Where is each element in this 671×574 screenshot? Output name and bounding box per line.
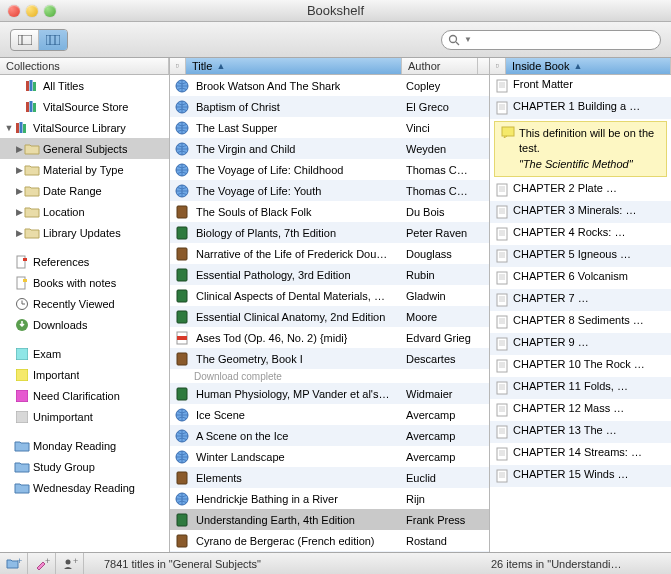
title-row[interactable]: The Voyage of Life: ChildhoodThomas C…: [170, 159, 489, 180]
close-icon[interactable]: [8, 5, 20, 17]
author-header[interactable]: Author: [402, 58, 478, 74]
title-row[interactable]: Clinical Aspects of Dental Materials, …G…: [170, 285, 489, 306]
sidebar-item[interactable]: Exam: [0, 343, 169, 364]
sidebar-item[interactable]: ▶Library Updates: [0, 222, 169, 243]
chapter-label: CHAPTER 9 …: [513, 336, 589, 348]
add-folder-button[interactable]: +: [0, 553, 28, 575]
sidebar-item[interactable]: Books with notes: [0, 272, 169, 293]
sidebar-item-label: Material by Type: [43, 164, 124, 176]
chapter-item[interactable]: CHAPTER 11 Folds, …: [490, 377, 671, 399]
sidebar-item-label: Monday Reading: [33, 440, 116, 452]
add-highlight-button[interactable]: +: [28, 553, 56, 575]
svg-rect-67: [497, 206, 507, 218]
sidebar-item-label: Library Updates: [43, 227, 121, 239]
svg-rect-25: [16, 369, 28, 381]
zoom-icon[interactable]: [44, 5, 56, 17]
title-row[interactable]: Ases Tod (Op. 46, No. 2) {midi}Edvard Gr…: [170, 327, 489, 348]
chapter-item[interactable]: CHAPTER 12 Mass …: [490, 399, 671, 421]
chapter-item[interactable]: CHAPTER 6 Volcanism: [490, 267, 671, 289]
sidebar-item[interactable]: Unimportant: [0, 406, 169, 427]
sidebar-item[interactable]: Wednesday Reading: [0, 477, 169, 498]
title-header[interactable]: Title▲: [186, 58, 402, 74]
title-row[interactable]: Narrative of the Life of Frederick Dou…D…: [170, 243, 489, 264]
search-field[interactable]: ▼: [441, 30, 661, 50]
svg-rect-44: [177, 388, 187, 400]
sidebar-item-label: All Titles: [43, 80, 84, 92]
title-row[interactable]: Winter LandscapeAvercamp: [170, 446, 489, 467]
icon-header[interactable]: [490, 58, 506, 74]
page-icon: [494, 100, 510, 116]
chapter-item[interactable]: CHAPTER 3 Minerals: …: [490, 201, 671, 223]
inside-header[interactable]: Inside Book▲: [506, 58, 671, 74]
title-row[interactable]: Baptism of ChristEl Greco: [170, 96, 489, 117]
search-input[interactable]: [476, 34, 654, 46]
title-row[interactable]: Hendrickje Bathing in a RiverRijn: [170, 488, 489, 509]
chapter-item[interactable]: CHAPTER 2 Plate …: [490, 179, 671, 201]
sidebar-item[interactable]: ▶Material by Type: [0, 159, 169, 180]
chapter-item[interactable]: CHAPTER 10 The Rock …: [490, 355, 671, 377]
sidebar-item[interactable]: VitalSource Store: [0, 96, 169, 117]
svg-rect-11: [30, 101, 33, 112]
page-icon: [494, 226, 510, 242]
chapter-item[interactable]: CHAPTER 1 Building a …: [490, 97, 671, 119]
title-row[interactable]: A Scene on the IceAvercamp: [170, 425, 489, 446]
title-cell: Ice Scene: [196, 409, 245, 421]
title-row[interactable]: The Virgin and ChildWeyden: [170, 138, 489, 159]
title-row[interactable]: Biology of Plants, 7th EditionPeter Rave…: [170, 222, 489, 243]
page-icon: [494, 358, 510, 374]
title-row[interactable]: The Voyage of Life: YouthThomas C…: [170, 180, 489, 201]
note-item[interactable]: This definition will be on the test."The…: [494, 121, 667, 177]
page-icon: [494, 270, 510, 286]
svg-rect-91: [497, 338, 507, 350]
sidebar-item[interactable]: Important: [0, 364, 169, 385]
title-row[interactable]: Understanding Earth, 4th EditionFrank Pr…: [170, 509, 489, 530]
sidebar-item[interactable]: ▶Date Range: [0, 180, 169, 201]
sidebar-item[interactable]: ▶General Subjects: [0, 138, 169, 159]
chapter-item[interactable]: CHAPTER 13 The …: [490, 421, 671, 443]
disclosure-icon[interactable]: ▼: [4, 123, 14, 133]
sidebar-item[interactable]: Downloads: [0, 314, 169, 335]
disclosure-icon[interactable]: ▶: [14, 207, 24, 217]
title-row[interactable]: Essential Pathology, 3rd EditionRubin: [170, 264, 489, 285]
disclosure-icon[interactable]: ▶: [14, 186, 24, 196]
chapter-item[interactable]: Front Matter: [490, 75, 671, 97]
sidebar-item[interactable]: ▶Location: [0, 201, 169, 222]
chapter-item[interactable]: CHAPTER 7 …: [490, 289, 671, 311]
chapter-item[interactable]: CHAPTER 4 Rocks: …: [490, 223, 671, 245]
icon-header[interactable]: [170, 58, 186, 74]
chapter-item[interactable]: CHAPTER 5 Igneous …: [490, 245, 671, 267]
sidebar-item[interactable]: Monday Reading: [0, 435, 169, 456]
disclosure-icon[interactable]: ▶: [14, 144, 24, 154]
view-columns-button[interactable]: [39, 30, 67, 50]
view-list-button[interactable]: [11, 30, 39, 50]
title-row[interactable]: Brook Watson And The SharkCopley: [170, 75, 489, 96]
title-row[interactable]: Essential Clinical Anatomy, 2nd EditionM…: [170, 306, 489, 327]
title-row[interactable]: Ice SceneAvercamp: [170, 404, 489, 425]
page-icon: [494, 336, 510, 352]
title-row[interactable]: Human Physiology, MP Vander et al's…Widm…: [170, 383, 489, 404]
sidebar-item[interactable]: All Titles: [0, 75, 169, 96]
title-row[interactable]: ElementsEuclid: [170, 467, 489, 488]
minimize-icon[interactable]: [26, 5, 38, 17]
sidebar-item[interactable]: References: [0, 251, 169, 272]
svg-rect-9: [33, 82, 36, 91]
chapter-item[interactable]: CHAPTER 9 …: [490, 333, 671, 355]
title-row[interactable]: The Last SupperVinci: [170, 117, 489, 138]
disclosure-icon[interactable]: ▶: [14, 228, 24, 238]
title-row[interactable]: Cyrano de Bergerac (French edition)Rosta…: [170, 530, 489, 551]
chapter-item[interactable]: CHAPTER 15 Winds …: [490, 465, 671, 487]
title-row[interactable]: The Geometry, Book IDescartes: [170, 348, 489, 369]
sidebar-item[interactable]: Study Group: [0, 456, 169, 477]
add-user-button[interactable]: +: [56, 553, 84, 575]
chapter-item[interactable]: CHAPTER 14 Streams: …: [490, 443, 671, 465]
title-row[interactable]: The Souls of Black FolkDu Bois: [170, 201, 489, 222]
sidebar-item[interactable]: Recently Viewed: [0, 293, 169, 314]
sidebar-item[interactable]: Need Clarification: [0, 385, 169, 406]
chevron-down-icon[interactable]: ▼: [464, 35, 472, 44]
collections-header[interactable]: Collections: [0, 58, 169, 74]
chapter-item[interactable]: CHAPTER 8 Sediments …: [490, 311, 671, 333]
folder-blue-icon: [14, 459, 30, 475]
sidebar-item[interactable]: ▼VitalSource Library: [0, 117, 169, 138]
disclosure-icon[interactable]: ▶: [14, 165, 24, 175]
folder-icon: [24, 162, 40, 178]
